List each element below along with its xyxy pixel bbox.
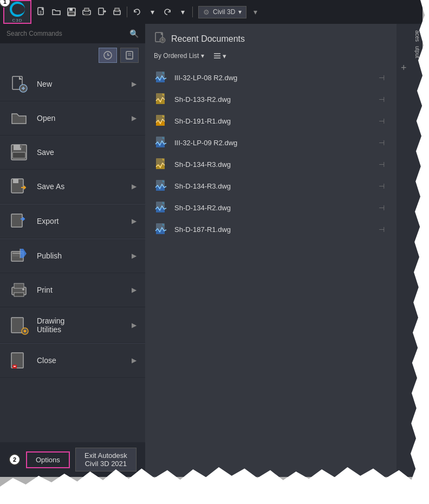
- quick-icons: [0, 43, 145, 67]
- recent-docs-controls: By Ordered List ▾ ▾: [145, 51, 396, 67]
- svg-rect-5: [68, 12, 75, 15]
- logo-label: C3D: [12, 18, 22, 23]
- filename-2: Sh-D-191-R1.dwg: [174, 117, 371, 125]
- print-menu-icon: [9, 280, 29, 300]
- filename-3: III-32-LP-09 R2.dwg: [174, 139, 371, 147]
- plot-icon[interactable]: [80, 5, 93, 18]
- list-item[interactable]: Sh-D-134-R3.dwg ⊣: [150, 175, 392, 197]
- menu-item-open[interactable]: Open ▶: [0, 101, 145, 135]
- filename-0: III-32-LP-08 R2.dwg: [174, 74, 371, 82]
- svg-point-34: [22, 288, 24, 290]
- menu-item-close[interactable]: Close ▶: [0, 344, 145, 378]
- svg-rect-33: [14, 293, 24, 296]
- menu-item-drawing-utilities[interactable]: Drawing Utilities ▶: [0, 307, 145, 343]
- add-panel-icon[interactable]: +: [396, 60, 422, 76]
- right-hint-2: utput: [396, 44, 422, 60]
- drawing-utilities-icon: [9, 315, 29, 335]
- pin-4[interactable]: ⊣: [376, 160, 387, 169]
- pin-1[interactable]: ⊣: [376, 95, 387, 104]
- svg-rect-7: [84, 8, 89, 11]
- exit-button[interactable]: Exit Autodesk Civil 3D 2021: [75, 448, 136, 471]
- recent-docs-title: Recent Documents: [171, 34, 245, 44]
- pin-6[interactable]: ⊣: [376, 204, 387, 212]
- app-logo[interactable]: 1 C3D: [3, 0, 31, 24]
- pin-0[interactable]: ⊣: [376, 74, 387, 82]
- open-folder-icon[interactable]: [50, 5, 63, 18]
- publish-arrow-icon: ▶: [132, 252, 136, 260]
- toolbar: 1 C3D: [0, 0, 422, 24]
- new-arrow-icon: ▶: [132, 80, 136, 88]
- list-item[interactable]: III-32-LP-08 R2.dwg ⊣: [150, 67, 392, 88]
- workspace-dropdown[interactable]: ⚙ Civil 3D ▾: [198, 6, 246, 18]
- svg-rect-9: [99, 8, 103, 15]
- gear-icon: ⚙: [203, 8, 210, 16]
- pin-2[interactable]: ⊣: [376, 117, 387, 125]
- filename-1: Sh-D-133-R2.dwg: [174, 95, 371, 104]
- new-file-icon[interactable]: [35, 5, 48, 18]
- pin-7[interactable]: ⊣: [376, 225, 387, 234]
- file-icon-4: [155, 157, 169, 171]
- open-arrow-icon: ▶: [132, 114, 136, 122]
- undo-arrow-icon[interactable]: ▾: [146, 5, 159, 18]
- menu-item-new[interactable]: New ▶: [0, 67, 145, 101]
- recent-files-icon[interactable]: [99, 48, 117, 63]
- svg-rect-23: [20, 145, 22, 148]
- save-icon[interactable]: [65, 5, 78, 18]
- print-label: Print: [37, 286, 124, 294]
- import-icon[interactable]: [95, 5, 108, 18]
- list-item[interactable]: Sh-D-191-R1.dwg ⊣: [150, 110, 392, 132]
- toolbar-settings-icon[interactable]: ▾: [249, 5, 262, 18]
- annotation-1: 1: [0, 0, 11, 8]
- search-bar: 🔍: [0, 24, 145, 43]
- recent-docs-header: Recent Documents: [145, 24, 396, 51]
- view-arrow-icon: ▾: [223, 52, 226, 60]
- redo-icon[interactable]: [161, 5, 174, 18]
- search-icon[interactable]: 🔍: [129, 29, 139, 38]
- file-icon-1: [155, 92, 169, 106]
- separator-2: [192, 7, 193, 17]
- menu-item-publish[interactable]: Publish ▶: [0, 239, 145, 273]
- file-icon-6: [155, 201, 169, 215]
- options-button[interactable]: Options: [26, 451, 70, 468]
- sort-dropdown[interactable]: By Ordered List ▾: [154, 52, 204, 60]
- menu-item-print[interactable]: Print ▶: [0, 273, 145, 307]
- list-item[interactable]: Sh-D-187-R1.dwg ⊣: [150, 218, 392, 240]
- file-icon-0: [155, 70, 169, 85]
- list-item[interactable]: III-32-LP-09 R2.dwg ⊣: [150, 132, 392, 153]
- export-icon: [9, 211, 29, 231]
- undo-icon[interactable]: [131, 5, 144, 18]
- search-input[interactable]: [6, 30, 125, 37]
- pinned-files-icon[interactable]: [120, 48, 139, 63]
- menu-item-save-as[interactable]: Save As ▶: [0, 170, 145, 204]
- menu-item-export[interactable]: Export ▶: [0, 204, 145, 238]
- view-toggle[interactable]: ▾: [213, 51, 226, 60]
- open-label: Open: [37, 114, 124, 122]
- open-icon: [9, 108, 29, 128]
- svg-rect-32: [14, 283, 24, 288]
- list-item[interactable]: Sh-D-133-R2.dwg ⊣: [150, 88, 392, 110]
- redo-arrow-icon[interactable]: ▾: [176, 5, 189, 18]
- workspace-label: Civil 3D: [213, 8, 235, 16]
- list-item[interactable]: Sh-D-134-R3.dwg ⊣: [150, 153, 392, 175]
- pin-5[interactable]: ⊣: [376, 182, 387, 190]
- recent-docs-icon: [154, 31, 166, 46]
- svg-rect-26: [11, 214, 22, 227]
- new-icon: [9, 74, 29, 94]
- save-label: Save: [37, 148, 136, 157]
- file-icon-5: [155, 179, 169, 193]
- svg-rect-21: [14, 145, 21, 150]
- close-label: Close: [37, 356, 124, 365]
- print-icon[interactable]: [110, 5, 123, 18]
- publish-icon: [9, 245, 29, 266]
- pin-3[interactable]: ⊣: [376, 139, 387, 147]
- list-item[interactable]: Sh-D-134-R2.dwg ⊣: [150, 197, 392, 218]
- sort-label: By Ordered List: [154, 52, 199, 60]
- filename-5: Sh-D-134-R3.dwg: [174, 182, 371, 190]
- annotation-2: 2: [9, 454, 21, 466]
- menu-item-save[interactable]: Save: [0, 135, 145, 170]
- file-icon-3: [155, 135, 169, 150]
- publish-label: Publish: [37, 251, 124, 260]
- svg-rect-25: [13, 179, 18, 183]
- close-arrow-icon: ▶: [132, 357, 136, 364]
- new-label: New: [37, 80, 124, 88]
